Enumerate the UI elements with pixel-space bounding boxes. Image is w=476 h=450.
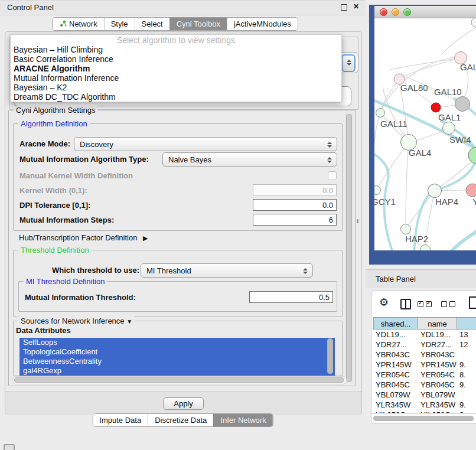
bottom-tab-impute-data[interactable]: Impute Data <box>93 414 148 426</box>
sources-legend[interactable]: Sources for Network Inference ▼ <box>18 317 135 325</box>
sources-legend-text: Sources for Network Inference <box>21 317 125 325</box>
settings-vertical-scrollbar[interactable] <box>345 113 353 383</box>
network-node-gal10[interactable] <box>455 97 470 112</box>
network-node-swi4[interactable] <box>468 147 476 164</box>
table-row[interactable]: YDL19...YDL19...13 <box>373 330 476 340</box>
table-row[interactable]: YPR145WYPR145W9. <box>373 360 476 370</box>
close-traffic-light-icon[interactable] <box>380 8 387 16</box>
network-canvas[interactable]: GALGAL80GAL10GAL1GAL11SWI4GAL4GCY1HAP4YH… <box>374 18 476 250</box>
node-table: shared...name YDL19...YDL19...13YDR27...… <box>373 317 476 413</box>
cyni-settings-legend: Cyni Algorithm Settings <box>14 106 97 115</box>
table-horizontal-scrollbar[interactable] <box>371 413 476 422</box>
attributes-scrollbar[interactable] <box>327 338 333 374</box>
kernel-width-field[interactable]: 0.0 <box>253 184 337 196</box>
mi-steps-label: Mutual Information Steps: <box>19 216 114 224</box>
table-row[interactable]: YLR345WYLR345W9. <box>373 400 476 410</box>
network-node[interactable] <box>420 245 431 251</box>
table-row[interactable]: YIL052CYIL052C9 <box>373 410 476 413</box>
network-edge[interactable] <box>374 113 380 159</box>
attribute-item[interactable]: BetweennessCentrality <box>19 357 335 366</box>
grid-corner-icon[interactable] <box>4 444 15 450</box>
network-edge[interactable] <box>448 229 476 250</box>
attribute-item[interactable]: TopologicalCoefficient <box>19 347 335 357</box>
zoom-traffic-light-icon[interactable] <box>403 8 411 16</box>
mi-threshold-group: MI Threshold Definition Mutual Informati… <box>18 281 337 312</box>
unchecked-pair-icon[interactable] <box>441 301 455 307</box>
split-columns-icon[interactable] <box>400 299 411 309</box>
hub-definition-expander[interactable]: Hub/Transcription Factor Definition ▶ <box>19 233 148 242</box>
column-header[interactable]: name <box>418 317 457 330</box>
table-cell: YBR043C <box>418 350 457 360</box>
table-row[interactable]: YBL079WYBL079W <box>373 390 476 400</box>
network-edge[interactable] <box>415 131 444 141</box>
network-node-gal1[interactable] <box>443 122 455 135</box>
network-node-gcy1[interactable] <box>374 186 381 195</box>
table-cell: YLR345W <box>418 400 457 410</box>
node-label-gal10: GAL10 <box>434 87 462 97</box>
network-node[interactable] <box>431 103 441 112</box>
table-row[interactable]: YBR045CYBR045C9. <box>373 380 476 390</box>
network-node[interactable] <box>471 18 476 27</box>
tab-jactivemnodules[interactable]: jActiveMNodules <box>227 18 298 30</box>
node-label-gal: GAL <box>460 62 476 72</box>
network-node-gal11[interactable] <box>376 109 385 118</box>
algorithm-option[interactable]: Bayesian – Hill Climbing <box>11 45 341 54</box>
attribute-item[interactable]: gal4RGexp <box>19 366 335 376</box>
column-header[interactable]: shared... <box>373 317 418 330</box>
document-icon[interactable] <box>469 296 476 309</box>
float-window-icon[interactable] <box>341 4 347 11</box>
network-edge[interactable] <box>439 105 455 107</box>
bottom-tab-infer-network[interactable]: Infer Network <box>213 414 272 426</box>
tab-cyni-toolbox[interactable]: Cyni Toolbox <box>169 18 227 30</box>
algorithm-option[interactable]: Mutual Information Inference <box>11 73 341 83</box>
mi-threshold-field[interactable]: 0.5 <box>249 291 333 303</box>
close-icon[interactable]: ✕ <box>353 2 359 11</box>
apply-button[interactable]: Apply <box>163 397 204 410</box>
bottom-tabbar: Impute DataDiscretize DataInfer Network <box>92 413 273 427</box>
combo-spinner-focused[interactable] <box>341 54 356 72</box>
tab-network[interactable]: Network <box>53 18 104 30</box>
bottom-tab-discretize-data[interactable]: Discretize Data <box>148 414 213 426</box>
data-attributes-list[interactable]: SelfLoopsTopologicalCoefficientBetweenne… <box>19 338 335 376</box>
control-panel-titlebar: Control Panel ✕ <box>0 1 366 15</box>
aracne-mode-select[interactable]: Discovery <box>74 137 337 151</box>
algorithm-option[interactable]: Bayesian – K2 <box>11 83 341 92</box>
algorithm-option[interactable]: Basic Correlation Inference <box>11 54 341 64</box>
network-window-titlebar[interactable] <box>374 6 476 18</box>
network-edge[interactable] <box>441 190 467 191</box>
table-cell: 9 <box>457 410 476 413</box>
tab-style[interactable]: Style <box>104 18 135 30</box>
network-edge[interactable] <box>442 27 476 54</box>
algorithm-option[interactable]: Dream8 DC_TDC Algorithm <box>11 92 341 102</box>
settings-horizontal-scrollbar[interactable] <box>12 376 347 384</box>
mi-steps-field[interactable]: 6 <box>253 214 337 226</box>
table-cell: 9. <box>457 400 476 410</box>
table-row[interactable]: YER054CYER054C8. <box>373 370 476 380</box>
column-header[interactable] <box>457 317 476 330</box>
network-edge[interactable] <box>400 58 461 79</box>
network-node-y[interactable] <box>466 184 476 197</box>
panel-splitter-handle[interactable] <box>357 219 358 223</box>
checked-pair-icon[interactable] <box>418 301 432 307</box>
control-panel-title: Control Panel <box>7 3 54 12</box>
network-node-hap4[interactable] <box>428 184 442 198</box>
tab-select[interactable]: Select <box>135 18 169 30</box>
minimize-traffic-light-icon[interactable] <box>392 8 399 16</box>
bottom-tab-label: Discretize Data <box>155 416 207 425</box>
table-cell: 12 <box>457 340 476 350</box>
table-row[interactable]: YDR27...YDR27...12 <box>373 340 476 350</box>
network-view-frame: GALGAL80GAL10GAL1GAL11SWI4GAL4GCY1HAP4YH… <box>369 5 476 265</box>
network-node-hap2[interactable] <box>401 224 411 234</box>
gear-icon[interactable]: ⚙ <box>379 296 389 308</box>
dpi-tolerance-field[interactable]: 0.0 <box>253 199 337 211</box>
table-cell: YBR045C <box>373 380 418 390</box>
mi-type-select[interactable]: Naive Bayes <box>162 152 337 167</box>
manual-kernel-label: Manual Kernel Width Definition <box>19 171 133 180</box>
table-cell: 13 <box>457 330 476 340</box>
mi-type-label: Mutual Information Algorithm Type: <box>19 155 149 164</box>
algorithm-option[interactable]: ARACNE Algorithm <box>11 64 341 73</box>
table-row[interactable]: YBR043CYBR043C <box>373 350 476 360</box>
which-threshold-select[interactable]: MI Threshold <box>141 263 313 278</box>
attribute-item[interactable]: SelfLoops <box>19 338 335 347</box>
manual-kernel-checkbox[interactable] <box>328 171 337 180</box>
